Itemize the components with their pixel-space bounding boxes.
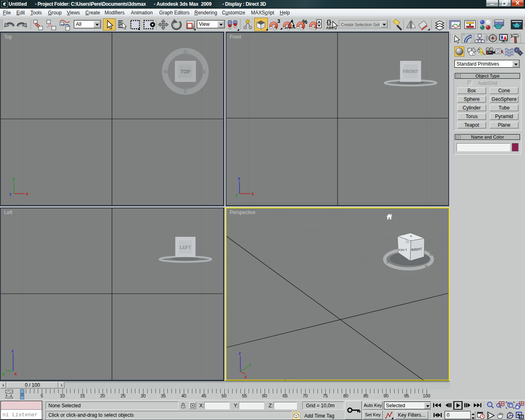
svg-text:N: N [183, 49, 187, 55]
svg-text:y: y [249, 362, 251, 367]
svg-text:%: % [302, 18, 308, 25]
svg-text:x: x [251, 191, 254, 196]
svg-text:z: z [239, 351, 241, 356]
svg-text:z: z [238, 176, 240, 181]
svg-text:y: y [12, 176, 15, 181]
svg-text:{}: {} [326, 18, 331, 25]
svg-text:z: z [11, 348, 14, 353]
svg-text:FRONT: FRONT [403, 69, 418, 74]
svg-text:x: x [244, 374, 247, 379]
svg-text:LEFT: LEFT [180, 245, 191, 250]
svg-text:3: 3 [277, 18, 280, 24]
svg-text:y: y [2, 371, 5, 376]
svg-text:F3OˋT: F3OˋT [399, 249, 407, 251]
svg-text:z: z [9, 192, 11, 196]
svg-text:TOP: TOP [180, 69, 190, 75]
svg-text:y: y [235, 193, 238, 197]
svg-text:x: x [14, 371, 17, 376]
svg-text:W: W [164, 68, 169, 75]
svg-text:x: x [26, 191, 29, 196]
svg-text:S: S [184, 88, 187, 94]
svg-text:E: E [203, 68, 207, 75]
